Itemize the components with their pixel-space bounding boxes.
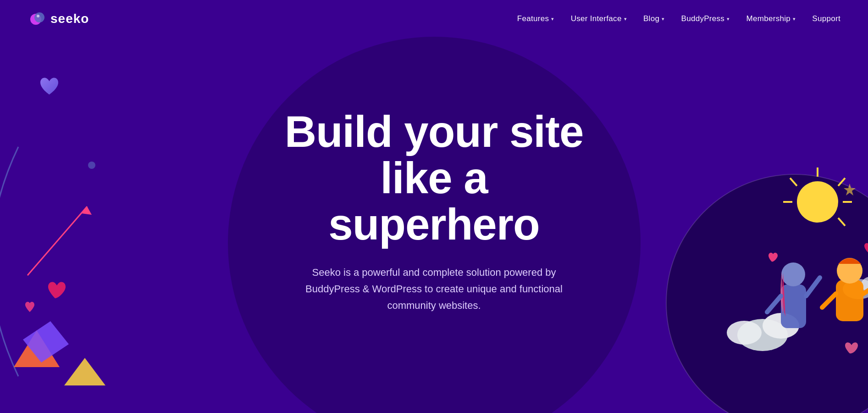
hero-section: seeko Features ▾ User Interface ▾ Blog ▾ <box>0 0 868 413</box>
chevron-down-icon: ▾ <box>624 16 627 22</box>
hero-subtitle: Seeko is a powerful and complete solutio… <box>297 264 572 314</box>
hero-content: Build your site like a superhero Seeko i… <box>0 38 868 413</box>
logo[interactable]: seeko <box>28 9 89 28</box>
svg-point-2 <box>37 15 39 17</box>
nav-item-features[interactable]: Features ▾ <box>517 14 554 23</box>
nav-item-blog[interactable]: Blog ▾ <box>643 14 665 23</box>
chevron-down-icon: ▾ <box>551 16 554 22</box>
nav-item-buddypress[interactable]: BuddyPress ▾ <box>681 14 730 23</box>
nav-item-membership[interactable]: Membership ▾ <box>746 14 796 23</box>
nav-links: Features ▾ User Interface ▾ Blog ▾ Buddy… <box>517 14 840 23</box>
chevron-down-icon: ▾ <box>727 16 730 22</box>
hero-title: Build your site like a superhero <box>285 109 584 247</box>
logo-icon <box>28 9 47 28</box>
svg-point-1 <box>34 12 44 22</box>
nav-item-support[interactable]: Support <box>812 14 840 23</box>
chevron-down-icon: ▾ <box>793 16 796 22</box>
nav-item-user-interface[interactable]: User Interface ▾ <box>571 14 627 23</box>
chevron-down-icon: ▾ <box>662 16 664 22</box>
navbar: seeko Features ▾ User Interface ▾ Blog ▾ <box>0 0 868 38</box>
brand-name: seeko <box>50 11 89 26</box>
